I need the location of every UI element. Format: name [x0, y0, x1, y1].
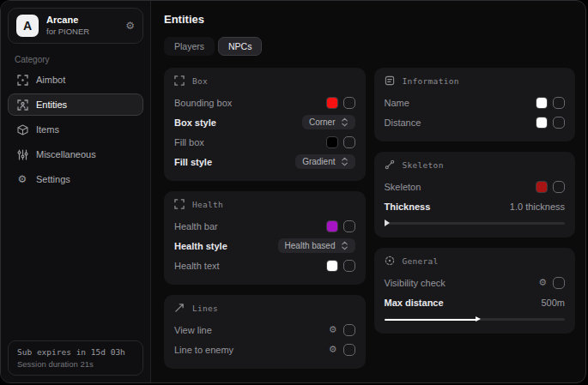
setting-row-max-distance: Max distance 500m — [385, 292, 566, 312]
chevron-updown-icon — [341, 241, 349, 250]
card-title: Lines — [192, 304, 218, 313]
dropdown-value: Gradient — [302, 157, 335, 166]
lines-card-header: Lines — [174, 303, 355, 314]
gear-icon[interactable]: ⚙ — [125, 20, 135, 32]
app-logo: A — [16, 15, 39, 37]
slider-track — [385, 222, 566, 225]
checkbox[interactable] — [343, 97, 355, 109]
checkbox[interactable] — [343, 260, 355, 272]
app-logo-card: A Arcane for PIONER ⚙ — [8, 8, 143, 44]
gear-icon[interactable]: ⚙ — [538, 278, 547, 287]
setting-row-box-style: Box style Corner — [174, 112, 355, 132]
slider-fill[interactable] — [385, 319, 476, 321]
sliders-icon — [16, 148, 28, 160]
corner-brackets-icon — [174, 199, 185, 210]
right-column: Information Name Distance — [374, 68, 576, 369]
sidebar-nav: Aimbot Entities Items — [8, 69, 143, 190]
information-icon — [385, 75, 396, 87]
settings-columns: Box Bounding box Box style Corner — [164, 68, 575, 369]
color-swatch[interactable] — [327, 221, 337, 232]
setting-label: Skeleton — [385, 182, 421, 192]
health-style-dropdown[interactable]: Health based — [278, 238, 355, 253]
color-swatch[interactable] — [327, 261, 337, 271]
tab-players[interactable]: Players — [164, 37, 215, 56]
box-style-dropdown[interactable]: Corner — [302, 115, 355, 129]
gear-icon[interactable]: ⚙ — [329, 325, 337, 334]
setting-row-fill-style: Fill style Gradient — [174, 152, 355, 171]
app-name: Arcane — [46, 15, 89, 27]
tab-bar: Players NPCs — [164, 37, 575, 56]
sidebar-item-label: Settings — [36, 174, 70, 184]
setting-label: Visibility check — [385, 278, 446, 288]
setting-label: Max distance — [385, 298, 444, 308]
subscription-card: Sub expires in 15d 03h Session duration … — [8, 340, 143, 376]
sidebar-item-label: Aimbot — [36, 75, 65, 85]
setting-label: Health style — [174, 241, 227, 251]
category-label: Category — [15, 55, 143, 64]
package-icon — [16, 123, 28, 135]
thickness-slider[interactable] — [385, 219, 566, 228]
setting-row-visibility-check: Visibility check ⚙ — [385, 273, 566, 292]
sidebar-item-miscellaneous[interactable]: Miscellaneous — [8, 143, 143, 165]
setting-label: Distance — [385, 117, 421, 128]
general-card-header: General — [385, 256, 566, 267]
box-card-header: Box — [174, 75, 355, 87]
setting-row-skeleton: Skeleton — [385, 177, 566, 196]
sidebar-item-aimbot[interactable]: Aimbot — [8, 69, 143, 91]
dropdown-value: Health based — [285, 241, 336, 250]
setting-label: Fill box — [174, 137, 204, 147]
setting-row-fill-box: Fill box — [174, 132, 355, 152]
thickness-value: 1.0 thickness — [510, 202, 565, 212]
left-column: Box Bounding box Box style Corner — [164, 68, 366, 369]
color-swatch[interactable] — [536, 98, 547, 108]
checkbox[interactable] — [343, 324, 355, 336]
setting-row-health-bar: Health bar — [174, 216, 355, 236]
health-card-header: Health — [174, 199, 355, 210]
sidebar-item-label: Entities — [36, 99, 67, 110]
setting-label: Health text — [174, 261, 220, 271]
sidebar-item-entities[interactable]: Entities — [8, 93, 143, 116]
sidebar-item-label: Items — [36, 124, 59, 135]
gear-icon[interactable]: ⚙ — [329, 345, 337, 354]
tab-npcs[interactable]: NPCs — [218, 37, 262, 56]
setting-label: Fill style — [174, 157, 212, 167]
color-swatch[interactable] — [536, 182, 547, 192]
max-distance-value: 500m — [541, 298, 565, 308]
fill-style-dropdown[interactable]: Gradient — [295, 154, 355, 169]
checkbox[interactable] — [553, 117, 565, 129]
checkbox[interactable] — [343, 220, 355, 232]
setting-row-health-text: Health text — [174, 256, 355, 275]
color-swatch[interactable] — [327, 98, 337, 108]
app-title-block: Arcane for PIONER — [46, 15, 89, 37]
sidebar-item-items[interactable]: Items — [8, 118, 143, 141]
sub-expires-text: Sub expires in 15d 03h — [17, 347, 134, 357]
setting-row-line-to-enemy: Line to enemy ⚙ — [174, 340, 355, 359]
bone-icon — [385, 159, 396, 171]
skeleton-card: Skeleton Skeleton Thickness 1.0 thicknes… — [374, 152, 576, 238]
checkbox[interactable] — [553, 97, 565, 109]
sidebar-item-label: Miscellaneous — [36, 149, 96, 159]
page-title: Entities — [164, 13, 575, 26]
color-swatch[interactable] — [327, 137, 337, 147]
health-card: Health Health bar Health style Health ba… — [164, 191, 366, 285]
card-title: Box — [192, 76, 208, 86]
checkbox[interactable] — [553, 277, 565, 289]
setting-row-view-line: View line ⚙ — [174, 320, 355, 340]
sidebar-item-settings[interactable]: ⚙ Settings — [8, 168, 143, 190]
card-title: Health — [192, 200, 223, 209]
setting-label: Box style — [174, 117, 216, 128]
checkbox[interactable] — [343, 344, 355, 356]
color-swatch[interactable] — [536, 117, 547, 128]
checkbox[interactable] — [343, 136, 355, 148]
setting-label: Line to enemy — [174, 345, 233, 355]
checkbox[interactable] — [553, 181, 565, 193]
aimbot-scan-icon — [16, 74, 28, 86]
card-title: Information — [403, 76, 459, 86]
slider-handle[interactable] — [385, 220, 390, 226]
max-distance-slider[interactable] — [385, 315, 566, 324]
card-title: General — [403, 256, 439, 266]
information-card-header: Information — [385, 75, 566, 87]
setting-row-health-style: Health style Health based — [174, 236, 355, 256]
card-title: Skeleton — [403, 160, 444, 170]
dropdown-value: Corner — [309, 117, 336, 127]
